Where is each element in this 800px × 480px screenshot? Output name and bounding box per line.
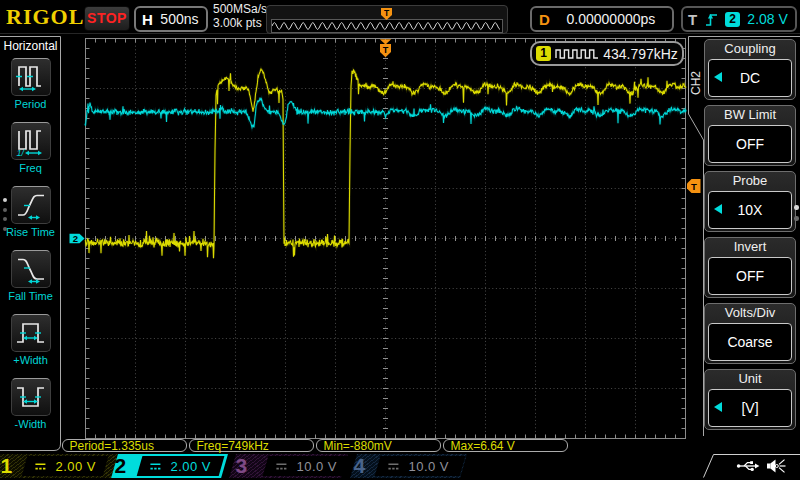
channel-scale: 2.00 V [171,459,212,474]
measurement-pill: Freq=749kHz [189,439,314,452]
softkey-probe[interactable]: Probe10X [704,171,796,232]
channel-scale: 10.0 V [409,459,450,474]
svg-text:2: 2 [73,233,78,244]
trigger-position-marker: T [380,39,391,57]
channel-1-indicator[interactable]: 12.00 V [0,454,120,478]
softkey-label: Period [0,98,61,110]
status-area-border [703,454,800,478]
delay-label: D [532,11,550,28]
measure-menu: Horizontal Period1/FreqRise TimeFall Tim… [0,36,61,451]
menu-item-value: OFF [736,136,764,152]
rigol-logo: RIGOL [6,4,84,30]
menu-item-label: Coupling [705,41,795,56]
softkey-label: -Width [0,418,61,430]
samplerate-memdepth: 500MSa/s 3.00k pts [213,3,267,30]
menu-page-dot [3,208,7,212]
peripheral-status-area [703,454,800,478]
memory-waveform-preview[interactable]: T [266,5,508,34]
measurement-pill: Max=6.64 V [443,439,568,452]
menu-item-value: DC [740,70,760,86]
frequency-counter-badge: 1 434.797kHz [530,41,684,66]
channel-3-indicator[interactable]: 310.0 V [229,454,348,478]
channel-menu: CH2 CouplingDCBW LimitOFFProbe10XInvertO… [688,36,800,451]
freq-counter-value: 434.797kHz [599,46,682,62]
menu-page-dot [794,205,799,210]
top-status-bar: RIGOL STOP H 500ns 500MSa/s 3.00k pts T … [0,0,800,34]
menu-page-dot [3,198,7,202]
delay-box[interactable]: D 0.00000000ps [530,6,674,32]
menu-page-dot [794,216,799,221]
pulse-train-icon [555,47,599,60]
softkey--width[interactable] [11,378,51,416]
horizontal-timebase-box[interactable]: H 500ns [134,6,208,32]
measure-menu-title: Horizontal [0,39,61,53]
channel-number: 1 [1,454,13,478]
left-arrow-icon [714,204,722,214]
channel-2-indicator[interactable]: 22.00 V [111,454,228,478]
channel-2-position-marker: 2 [70,233,85,244]
oscilloscope-screen: TT2 RIGOL STOP H 500ns 500MSa/s 3.00k pt… [0,0,800,480]
channel-status-bar: 12.00 V22.00 V310.0 V410.0 V [0,454,800,478]
svg-text:T: T [383,45,389,55]
softkey-volts-div[interactable]: Volts/DivCoarse [704,303,796,364]
dc-coupling-icon [276,462,288,471]
softkey-label: Freq [0,162,61,174]
menu-item-value: 10X [738,202,763,218]
channel-4-indicator[interactable]: 410.0 V [350,454,467,478]
trigger-level-value: 2.08 V [740,11,795,27]
horizontal-label: H [136,11,153,28]
menu-item-label: Probe [705,173,795,188]
channel-number: 3 [236,454,248,478]
channel-number: 4 [354,454,366,478]
trigger-label: T [683,11,697,28]
menu-item-label: Invert [705,239,795,254]
dc-coupling-icon [35,462,47,471]
timebase-value: 500ns [153,11,206,27]
svg-text:T: T [384,8,390,18]
softkey-label: Fall Time [0,290,61,302]
run-state-badge[interactable]: STOP [84,6,130,31]
trigger-status-box[interactable]: T 2 2.08 V [681,6,797,32]
softkey--width[interactable] [11,314,51,352]
dc-coupling-icon [388,462,400,471]
trigger-source-badge: 2 [725,12,740,27]
softkey-rise-time[interactable] [11,186,51,224]
softkey-period[interactable] [11,58,51,96]
menu-item-label: Volts/Div [705,305,795,320]
channel-number: 2 [115,454,127,478]
menu-item-label: BW Limit [705,107,795,122]
channel-scale: 2.00 V [56,459,97,474]
left-arrow-icon [714,72,722,82]
menu-page-dot [3,217,7,221]
softkey-unit[interactable]: Unit[V] [704,369,796,430]
softkey-fall-time[interactable] [11,250,51,288]
measurement-pill: Period=1.335us [62,439,187,452]
rising-edge-icon [705,11,718,28]
softkey-freq[interactable]: 1/ [11,122,51,160]
preview-trigger-marker: T [267,6,507,33]
measurement-pill: Min=-880mV [316,439,441,452]
menu-page-dot [3,227,7,231]
softkey-invert[interactable]: InvertOFF [704,237,796,298]
menu-item-value: [V] [741,400,758,416]
freq-counter-channel-badge: 1 [536,46,551,61]
dc-coupling-icon [150,462,162,471]
menu-item-value: OFF [736,268,764,284]
menu-item-value: Coarse [727,334,772,350]
softkey-coupling[interactable]: CouplingDC [704,39,796,100]
menu-item-label: Unit [705,371,795,386]
softkey-label: +Width [0,354,61,366]
channel-scale: 10.0 V [297,459,338,474]
softkey-label: Rise Time [0,226,61,238]
delay-value: 0.00000000ps [550,11,672,27]
left-arrow-icon [714,402,722,412]
softkey-bw-limit[interactable]: BW LimitOFF [704,105,796,166]
